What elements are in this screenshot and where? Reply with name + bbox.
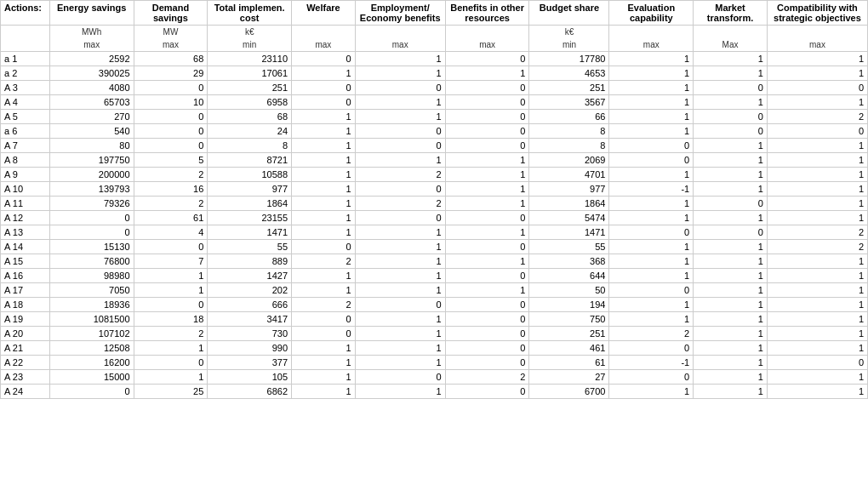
cell-evaluation: 0 [609, 139, 694, 153]
cell-market: 1 [694, 327, 768, 341]
cell-benefits: 0 [445, 240, 529, 254]
cell-market: 1 [694, 66, 768, 81]
cell-employment: 0 [355, 139, 445, 153]
col-header-energy: Energy savings [49, 1, 134, 26]
cell-evaluation: 1 [609, 81, 694, 95]
minmax-row: max max min max max max min max Max max [1, 38, 868, 52]
cell-employment: 2 [355, 197, 445, 211]
cell-compat: 1 [767, 197, 867, 211]
cell-employment: 1 [355, 254, 445, 269]
cell-benefits: 0 [445, 385, 529, 399]
cell-compat: 1 [767, 139, 867, 153]
cell-total: 23155 [208, 211, 292, 225]
cell-welfare: 1 [292, 385, 356, 399]
cell-budget: 461 [529, 341, 609, 356]
table-row: A 15768007889211368111 [1, 254, 868, 269]
cell-welfare: 0 [292, 312, 356, 327]
cell-compat: 1 [767, 254, 867, 269]
table-row: A 130414711111471002 [1, 225, 868, 240]
cell-demand: 10 [134, 95, 208, 110]
cell-total: 666 [208, 298, 292, 312]
cell-actions: A 7 [1, 139, 50, 153]
cell-energy: 12508 [49, 341, 134, 356]
cell-evaluation: 1 [609, 110, 694, 124]
cell-market: 1 [694, 312, 768, 327]
cell-budget: 1864 [529, 197, 609, 211]
cell-demand: 0 [134, 356, 208, 370]
main-table-container: Actions: Energy savings Demand savings T… [0, 0, 868, 399]
cell-market: 0 [694, 225, 768, 240]
cell-actions: a 1 [1, 52, 50, 66]
cell-market: 1 [694, 168, 768, 182]
cell-benefits: 0 [445, 356, 529, 370]
cell-actions: A 20 [1, 327, 50, 341]
cell-market: 1 [694, 211, 768, 225]
cell-benefits: 0 [445, 52, 529, 66]
unit-employment [355, 26, 445, 39]
cell-total: 3417 [208, 312, 292, 327]
cell-market: 0 [694, 110, 768, 124]
cell-market: 1 [694, 356, 768, 370]
cell-budget: 4653 [529, 66, 609, 81]
unit-budget: k€ [529, 26, 609, 39]
cell-demand: 1 [134, 341, 208, 356]
table-row: A 169898011427110644111 [1, 269, 868, 283]
cell-budget: 50 [529, 283, 609, 298]
cell-evaluation: 1 [609, 124, 694, 139]
table-row: A 12061231551005474111 [1, 211, 868, 225]
unit-demand: MW [134, 26, 208, 39]
cell-budget: 27 [529, 370, 609, 385]
cell-market: 1 [694, 153, 768, 168]
cell-compat: 1 [767, 385, 867, 399]
cell-welfare: 1 [292, 124, 356, 139]
cell-benefits: 0 [445, 139, 529, 153]
cell-actions: A 17 [1, 283, 50, 298]
cell-benefits: 0 [445, 124, 529, 139]
cell-market: 1 [694, 385, 768, 399]
cell-energy: 65703 [49, 95, 134, 110]
cell-evaluation: 2 [609, 327, 694, 341]
cell-total: 1471 [208, 225, 292, 240]
minmax-compat: max [767, 38, 867, 52]
cell-compat: 1 [767, 370, 867, 385]
minmax-evaluation: max [609, 38, 694, 52]
table-row: A 21125081990110461011 [1, 341, 868, 356]
cell-welfare: 1 [292, 269, 356, 283]
cell-energy: 270 [49, 110, 134, 124]
cell-employment: 1 [355, 240, 445, 254]
cell-budget: 1471 [529, 225, 609, 240]
cell-energy: 107102 [49, 327, 134, 341]
cell-budget: 61 [529, 356, 609, 370]
cell-compat: 1 [767, 211, 867, 225]
table-row: A 780081008011 [1, 139, 868, 153]
cell-employment: 2 [355, 168, 445, 182]
cell-energy: 15000 [49, 370, 134, 385]
cell-benefits: 0 [445, 298, 529, 312]
unit-benefits [445, 26, 529, 39]
table-row: A 18189360666200194111 [1, 298, 868, 312]
table-row: A 1013979316977101977-111 [1, 182, 868, 197]
cell-market: 1 [694, 269, 768, 283]
cell-actions: A 15 [1, 254, 50, 269]
cell-energy: 16200 [49, 356, 134, 370]
cell-energy: 79326 [49, 197, 134, 211]
cell-budget: 977 [529, 182, 609, 197]
cell-employment: 1 [355, 110, 445, 124]
cell-energy: 4080 [49, 81, 134, 95]
col-header-total: Total implemen. cost [208, 1, 292, 26]
cell-market: 1 [694, 95, 768, 110]
cell-total: 990 [208, 341, 292, 356]
cell-benefits: 1 [445, 153, 529, 168]
cell-budget: 8 [529, 139, 609, 153]
cell-budget: 5474 [529, 211, 609, 225]
cell-compat: 2 [767, 240, 867, 254]
cell-welfare: 1 [292, 341, 356, 356]
cell-budget: 251 [529, 327, 609, 341]
cell-energy: 197750 [49, 153, 134, 168]
cell-evaluation: 0 [609, 225, 694, 240]
cell-budget: 3567 [529, 95, 609, 110]
cell-market: 1 [694, 240, 768, 254]
minmax-budget: min [529, 38, 609, 52]
unit-welfare [292, 26, 356, 39]
cell-demand: 29 [134, 66, 208, 81]
